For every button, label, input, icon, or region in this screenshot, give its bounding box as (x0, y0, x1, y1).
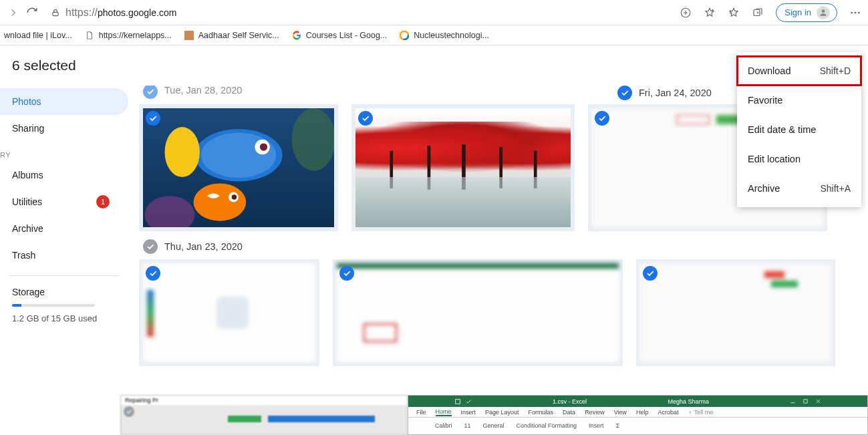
ribbon-size: 11 (464, 422, 471, 429)
window-repair[interactable]: Repairing Pr (120, 395, 408, 435)
menu-label: Edit location (748, 154, 801, 164)
svg-rect-26 (804, 400, 807, 403)
nucleus-icon (399, 30, 410, 41)
sign-in-button[interactable]: Sign in (776, 3, 837, 22)
photo-thumb[interactable] (333, 259, 623, 366)
page-icon (84, 30, 95, 41)
bookmark-label: Aadhaar Self Servic... (198, 31, 279, 40)
svg-point-17 (232, 194, 237, 199)
menu-item-edit-location[interactable]: Edit location (737, 144, 861, 174)
svg-point-11 (201, 133, 276, 178)
sidebar-item-utilities[interactable]: Utilities1 (0, 188, 128, 215)
bookmark-item[interactable]: Courses List - Goog... (291, 30, 388, 41)
photo-thumb[interactable] (351, 104, 575, 231)
ribbon-format: General (483, 422, 504, 429)
check-icon[interactable] (617, 86, 632, 100)
check-icon[interactable] (339, 266, 354, 281)
collections-icon[interactable] (752, 7, 764, 19)
date-header[interactable]: Thu, Jan 23, 2020 (143, 239, 861, 254)
tab[interactable]: Review (585, 409, 605, 416)
menu-item-favorite[interactable]: Favorite (737, 86, 861, 115)
favorite-star-icon[interactable] (704, 7, 716, 19)
svg-point-18 (144, 196, 194, 227)
check-icon (124, 406, 134, 417)
bookmark-item[interactable]: Nucleustechnologi... (399, 30, 489, 41)
check-icon[interactable] (143, 86, 158, 99)
bookmark-item[interactable]: wnload file | iLov... (4, 31, 72, 40)
taskbar-windows: Repairing Pr 1.csv - Excel Megha Sharma … (120, 395, 868, 435)
ribbon-insert: Insert (589, 422, 604, 429)
sidebar-item-albums[interactable]: Albums (0, 162, 128, 188)
sidebar-item-label: Archive (12, 223, 43, 234)
photo-thumb[interactable] (139, 104, 338, 231)
menu-item-archive[interactable]: Archive Shift+A (737, 174, 861, 203)
sidebar-item-sharing[interactable]: Sharing (0, 115, 128, 142)
sidebar-item-label: Utilities (12, 196, 42, 207)
svg-rect-20 (390, 151, 393, 188)
sidebar-item-label: Photos (12, 96, 41, 107)
bookmark-item[interactable]: https://kernelapps... (84, 30, 172, 41)
badge: 1 (96, 195, 110, 208)
sidebar-section-library: RY (0, 147, 128, 162)
bookmark-item[interactable]: Aadhaar Self Servic... (184, 30, 279, 41)
zoom-icon[interactable] (680, 7, 692, 19)
sidebar-item-trash[interactable]: Trash (0, 242, 128, 269)
storage-bar (12, 304, 95, 307)
svg-point-15 (194, 183, 247, 221)
bookmark-label: Courses List - Goog... (306, 31, 388, 40)
tab[interactable]: Home (436, 408, 452, 416)
tab[interactable]: Page Layout (485, 409, 519, 416)
excel-user: Megha Sharma (668, 398, 709, 405)
menu-item-edit-date[interactable]: Edit date & time (737, 115, 861, 144)
check-icon[interactable] (358, 111, 373, 126)
menu-item-download[interactable]: Download Shift+D (737, 56, 861, 86)
svg-point-6 (858, 11, 860, 13)
menu-label: Edit date & time (748, 124, 816, 135)
check-icon[interactable] (143, 239, 158, 254)
more-menu-icon[interactable] (849, 7, 861, 19)
bookmark-label: https://kernelapps... (99, 31, 172, 40)
tab[interactable]: File (416, 409, 426, 416)
svg-rect-7 (184, 31, 194, 40)
svg-rect-25 (455, 399, 460, 404)
tab[interactable]: Help (636, 409, 649, 416)
tab[interactable]: Tell me (694, 409, 714, 416)
photo-thumb[interactable] (636, 259, 835, 366)
tab[interactable]: Formulas (529, 409, 554, 416)
check-icon[interactable] (643, 266, 658, 281)
sign-in-label: Sign in (784, 7, 811, 17)
svg-point-4 (851, 11, 853, 13)
svg-point-19 (292, 108, 334, 171)
address-bar[interactable]: https://photos.google.com (51, 7, 176, 19)
window-excel[interactable]: 1.csv - Excel Megha Sharma File Home Ins… (408, 395, 868, 435)
tab[interactable]: Acrobat (658, 409, 679, 416)
forward-button[interactable] (7, 6, 20, 19)
svg-rect-23 (499, 147, 502, 188)
menu-label: Favorite (748, 95, 782, 106)
google-icon (291, 30, 302, 41)
divider (9, 275, 119, 276)
bookmarks-bar: wnload file | iLov... https://kernelapps… (0, 25, 868, 45)
check-icon[interactable] (146, 266, 160, 281)
storage-block[interactable]: Storage 1.2 GB of 15 GB used (0, 283, 128, 327)
excel-ribbon-tabs[interactable]: File Home Insert Page Layout Formulas Da… (408, 407, 867, 418)
sidebar-item-archive[interactable]: Archive (0, 215, 128, 242)
tab[interactable]: Data (563, 409, 575, 416)
avatar-icon (817, 6, 830, 19)
context-menu: Download Shift+D Favorite Edit date & ti… (737, 52, 861, 207)
favorites-icon[interactable] (728, 7, 740, 19)
reload-button[interactable] (25, 6, 39, 19)
tab[interactable]: Insert (461, 409, 476, 416)
menu-label: Download (748, 65, 791, 76)
photo-thumb[interactable] (139, 259, 319, 366)
tab[interactable]: View (614, 409, 627, 416)
check-icon[interactable] (146, 111, 160, 126)
svg-rect-22 (462, 144, 466, 189)
sidebar-item-photos[interactable]: Photos (0, 88, 128, 115)
check-icon[interactable] (595, 111, 609, 126)
ribbon-cond: Conditional Formatting (517, 422, 577, 429)
excel-title: 1.csv - Excel (553, 398, 587, 405)
sidebar-item-label: Albums (12, 170, 43, 180)
date-header[interactable]: Fri, Jan 24, 2020 (617, 86, 712, 100)
sidebar-item-label: Trash (12, 250, 35, 261)
